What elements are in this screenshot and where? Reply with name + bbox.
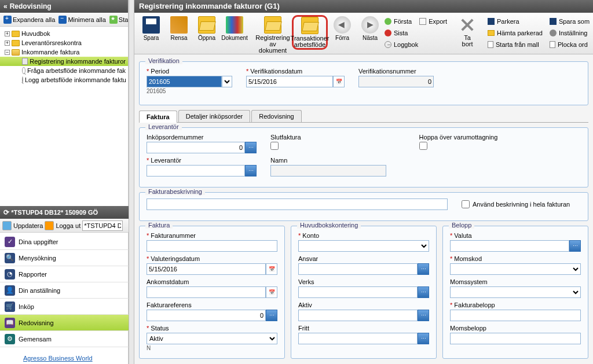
save-as-button[interactable]: Spara som <box>550 16 590 27</box>
next-button[interactable]: Nästa <box>357 15 383 42</box>
lookup-button[interactable]: ⋯ <box>418 263 429 275</box>
fakturaref-label: Fakturareferens <box>147 302 277 308</box>
fritt-input[interactable] <box>298 333 418 344</box>
brush-icon <box>170 16 188 34</box>
star-button[interactable]: Sta <box>108 16 128 24</box>
ansvar-input[interactable] <box>298 263 418 275</box>
calendar-button[interactable]: 📅 <box>266 263 277 275</box>
tree-huvudbok[interactable]: +Huvudbok <box>0 29 128 38</box>
logout-button[interactable] <box>45 221 54 230</box>
nav-din-anstallning[interactable]: 👤Din anställning <box>0 282 129 299</box>
chart-icon: ◔ <box>5 269 15 280</box>
aktiv-input[interactable] <box>298 310 418 321</box>
lookup-button[interactable]: ⋯ <box>245 165 257 177</box>
calendar-button[interactable]: 📅 <box>333 76 345 87</box>
toggler-icon[interactable]: − <box>5 50 10 55</box>
save-button[interactable]: Spara <box>138 15 164 42</box>
ribbon-label: Nästa <box>363 35 378 41</box>
tree-registrering[interactable]: Registrering inkommande fakturor <box>0 57 128 66</box>
nav-rapporter[interactable]: ◔Rapporter <box>0 266 129 282</box>
reg-doc-button[interactable]: Registreringav dokument <box>255 15 291 54</box>
hoppa-checkbox[interactable] <box>419 142 427 150</box>
valuta-label: Valuta <box>450 232 581 239</box>
valuteringsdatum-input[interactable] <box>147 263 266 275</box>
momssystem-select[interactable] <box>450 286 581 298</box>
tab-detaljer[interactable]: Detaljer inköpsorder <box>178 110 250 122</box>
tree-leverantor[interactable]: +Leverantörsreskontra <box>0 38 128 47</box>
verifdate-input[interactable] <box>246 76 333 87</box>
tree-label: Fråga arbetsflöde inkommande fak <box>27 67 126 74</box>
belopp-group: Belopp Valuta⋯ Momskod Momssystem Faktur… <box>442 226 588 359</box>
slutfaktura-checkbox[interactable] <box>270 142 279 150</box>
ribbon-label: Förra <box>335 35 349 41</box>
gear-icon <box>550 30 557 36</box>
lookup-button[interactable]: ⋯ <box>245 142 257 153</box>
konto-select[interactable] <box>298 240 429 252</box>
folder-icon <box>12 31 20 37</box>
calendar-button[interactable]: 📅 <box>266 286 277 298</box>
fetch-parked-button[interactable]: Hämta parkerad <box>488 28 543 38</box>
pick-order-button[interactable]: Plocka ord <box>550 39 590 50</box>
export-button[interactable]: Export <box>419 16 447 27</box>
tree-fraga[interactable]: Fråga arbetsflöde inkommande fak <box>0 66 128 75</box>
huvudbok-group: Huvudbokskontering Konto Ansvar⋯ Verks⋯ … <box>291 226 437 359</box>
collapse-all-button[interactable]: Minimera alla <box>57 16 107 24</box>
faktura-group: Faktura Fakturanummer Valuteringsdatum📅 … <box>139 226 285 359</box>
start-template-button[interactable]: Starta från mall <box>488 39 543 50</box>
fakturabelopp-input[interactable] <box>450 310 581 321</box>
ribbon-label: Transaktionerarbetsflöde <box>291 35 330 48</box>
tree-inkommande[interactable]: −Inkommande faktura <box>0 47 128 57</box>
delete-button[interactable]: Tabort <box>454 15 481 49</box>
first-button[interactable]: Första <box>385 16 418 27</box>
tree-logg[interactable]: Logg arbetsflöde inkommande faktu <box>0 75 128 84</box>
arrow-left-icon <box>334 16 351 34</box>
tab-redovisning[interactable]: Redovisning <box>251 110 302 122</box>
fakturanum-input[interactable] <box>147 240 277 252</box>
document-button[interactable]: Dokument <box>221 15 248 42</box>
prev-button[interactable]: Förra <box>329 15 356 42</box>
verifdate-label: Verifikationsdatum <box>246 68 345 75</box>
fritt-label: Fritt <box>298 325 429 332</box>
toggler-icon[interactable]: + <box>5 31 10 36</box>
period-input[interactable] <box>147 76 222 87</box>
expand-all-button[interactable]: Expandera alla <box>2 16 56 24</box>
nav-redovisning[interactable]: 📖Redovisning <box>0 315 129 331</box>
verks-label: Verks <box>298 278 429 285</box>
ankomst-input[interactable] <box>147 286 266 298</box>
open-button[interactable]: Öppna <box>193 15 220 42</box>
anvand-beskrivning-checkbox[interactable] <box>462 200 470 208</box>
splitter[interactable] <box>129 0 134 364</box>
settings-button[interactable]: Inställning <box>550 28 590 38</box>
clear-button[interactable]: Rensa <box>166 15 192 42</box>
lookup-button[interactable]: ⋯ <box>569 240 581 252</box>
fakturaref-input[interactable] <box>147 310 266 321</box>
beskrivning-input[interactable] <box>147 198 448 210</box>
period-dropdown[interactable] <box>222 76 232 87</box>
footer-link[interactable]: Agresso Business World <box>23 355 93 362</box>
nav-dina-uppgifter[interactable]: ✓Dina uppgifter <box>0 234 129 250</box>
nav-gemensam[interactable]: ⚙Gemensam <box>0 331 129 347</box>
leverantor-input[interactable] <box>147 165 245 177</box>
lookup-button[interactable]: ⋯ <box>418 333 429 344</box>
tab-faktura[interactable]: Faktura <box>139 111 177 123</box>
refresh-button[interactable] <box>2 221 12 230</box>
star-label: Sta <box>119 16 128 23</box>
delete-icon <box>459 16 476 34</box>
verks-input[interactable] <box>298 286 418 298</box>
nav-inkop[interactable]: 🛒Inköp <box>0 299 129 315</box>
env-input[interactable] <box>82 220 123 231</box>
momskod-select[interactable] <box>450 263 581 275</box>
last-button[interactable]: Sista <box>385 28 418 38</box>
lookup-button[interactable]: ⋯ <box>266 310 277 321</box>
momsbelopp-input[interactable] <box>450 333 581 344</box>
nav-menysokning[interactable]: 🔍Menysökning <box>0 250 129 266</box>
toggler-icon[interactable]: + <box>5 41 10 46</box>
park-button[interactable]: Parkera <box>488 16 543 27</box>
trans-workflow-button[interactable]: Transaktionerarbetsflöde <box>292 15 328 50</box>
log-button[interactable]: Loggbok <box>385 39 418 50</box>
lookup-button[interactable]: ⋯ <box>418 310 429 321</box>
inkop-input[interactable] <box>147 142 245 153</box>
status-select[interactable]: Aktiv <box>147 333 277 344</box>
lookup-button[interactable]: ⋯ <box>418 286 429 298</box>
valuta-input[interactable] <box>450 240 569 252</box>
